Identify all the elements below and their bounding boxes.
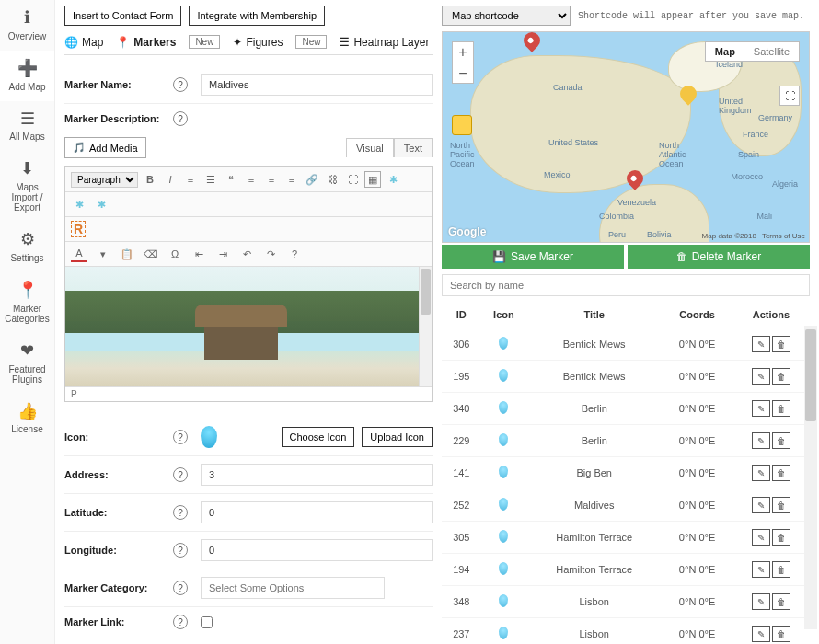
delete-button[interactable]: 🗑 [772, 529, 790, 546]
new-badge[interactable]: New [295, 35, 327, 49]
toolbar-toggle-icon[interactable]: ▦ [364, 171, 381, 188]
undo-icon[interactable]: ↶ [238, 246, 255, 262]
editor-content[interactable] [65, 267, 432, 386]
editor-scrollbar[interactable] [419, 267, 432, 386]
revslider-icon[interactable]: R [71, 221, 86, 237]
bold-icon[interactable]: B [142, 171, 158, 188]
map-type-map[interactable]: Map [706, 42, 744, 61]
delete-button[interactable]: 🗑 [772, 368, 790, 385]
delete-marker-button[interactable]: 🗑 Delete Marker [628, 245, 810, 269]
delete-button[interactable]: 🗑 [772, 432, 790, 449]
align-left-icon[interactable]: ≡ [243, 171, 260, 188]
edit-button[interactable]: ✎ [752, 561, 770, 578]
col-title[interactable]: Title [526, 302, 662, 328]
redo-icon[interactable]: ↷ [262, 246, 279, 262]
map-type-satellite[interactable]: Satellite [744, 42, 799, 61]
editor-help-icon[interactable]: ? [286, 246, 303, 262]
col-coords[interactable]: Coords [662, 302, 732, 328]
sidebar-item-license[interactable]: 👍 License [0, 394, 54, 444]
add-media-button[interactable]: 🎵 Add Media [64, 137, 146, 158]
shortcode-select[interactable]: Map shortcode [442, 6, 571, 26]
italic-icon[interactable]: I [162, 171, 179, 188]
markers-table-wrap[interactable]: ID Icon Title Coords Actions 306Bentick … [442, 302, 810, 644]
zoom-in-button[interactable]: + [453, 42, 473, 63]
sidebar-item-marker-categories[interactable]: 📍 Marker Categories [0, 272, 54, 333]
help-icon[interactable]: ? [173, 615, 188, 629]
align-right-icon[interactable]: ≡ [283, 171, 300, 188]
help-icon[interactable]: ? [173, 467, 188, 482]
upload-icon-button[interactable]: Upload Icon [362, 427, 433, 447]
help-icon[interactable]: ? [173, 111, 188, 126]
bullet-list-icon[interactable]: ≡ [182, 171, 199, 188]
tab-figures[interactable]: ✦ Figures [233, 36, 283, 49]
clear-format-icon[interactable]: ⌫ [143, 246, 159, 262]
edit-button[interactable]: ✎ [752, 368, 770, 385]
sidebar-item-settings[interactable]: ⚙ Settings [0, 222, 54, 272]
special-char-icon[interactable]: Ω [167, 246, 183, 262]
category-select[interactable] [201, 577, 385, 599]
marker-link-checkbox[interactable] [201, 616, 213, 628]
streetview-pegman-icon[interactable] [452, 115, 472, 135]
choose-icon-button[interactable]: Choose Icon [282, 427, 355, 447]
format-select[interactable]: Paragraph [71, 172, 138, 188]
sidebar-item-overview[interactable]: ℹ Overview [0, 0, 54, 51]
col-icon[interactable]: Icon [481, 302, 527, 328]
link-icon[interactable]: 🔗 [304, 171, 320, 188]
unlink-icon[interactable]: ⛓ [324, 171, 340, 188]
delete-button[interactable]: 🗑 [772, 400, 790, 417]
longitude-input[interactable] [201, 539, 433, 561]
text-color-icon[interactable]: A [71, 246, 87, 262]
integrate-membership-button[interactable]: Integrate with Membership [189, 6, 325, 26]
tab-markers[interactable]: 📍 Markers [116, 36, 176, 49]
edit-button[interactable]: ✎ [752, 593, 770, 610]
help-icon[interactable]: ? [173, 77, 188, 92]
edit-button[interactable]: ✎ [752, 497, 770, 513]
plugin-icon[interactable]: ✱ [71, 196, 87, 213]
indent-icon[interactable]: ⇥ [214, 246, 231, 262]
marker-name-input[interactable] [201, 74, 433, 96]
sidebar-item-featured-plugins[interactable]: ❤ Featured Plugins [0, 333, 54, 394]
zoom-out-button[interactable]: − [453, 63, 473, 83]
edit-button[interactable]: ✎ [752, 336, 770, 352]
sidebar-item-add-map[interactable]: ➕ Add Map [0, 51, 54, 101]
delete-button[interactable]: 🗑 [772, 465, 790, 481]
col-actions[interactable]: Actions [732, 302, 810, 328]
marker-search-input[interactable] [442, 274, 810, 296]
editor-tab-text[interactable]: Text [394, 138, 433, 157]
fullscreen-icon[interactable]: ⛶ [344, 171, 361, 188]
chevron-down-icon[interactable]: ▾ [95, 246, 111, 262]
edit-button[interactable]: ✎ [752, 529, 770, 546]
fullscreen-icon[interactable]: ⛶ [779, 86, 800, 106]
edit-button[interactable]: ✎ [752, 400, 770, 417]
col-id[interactable]: ID [442, 302, 481, 328]
number-list-icon[interactable]: ☰ [202, 171, 219, 188]
align-center-icon[interactable]: ≡ [263, 171, 280, 188]
tab-heatmap[interactable]: ☰ Heatmap Layer [340, 36, 429, 49]
edit-button[interactable]: ✎ [752, 465, 770, 481]
quote-icon[interactable]: ❝ [223, 171, 239, 188]
delete-button[interactable]: 🗑 [772, 497, 790, 513]
map-preview[interactable]: Canada United States Mexico Venezuela Co… [442, 31, 810, 243]
outdent-icon[interactable]: ⇤ [190, 246, 207, 262]
delete-button[interactable]: 🗑 [772, 336, 790, 352]
insert-contact-form-button[interactable]: Insert to Contact Form [64, 6, 181, 26]
help-icon[interactable]: ? [173, 505, 188, 520]
panel-scrollbar[interactable] [804, 326, 817, 629]
paste-icon[interactable]: 📋 [119, 246, 135, 262]
delete-button[interactable]: 🗑 [772, 593, 790, 610]
extra-icon[interactable]: ✱ [385, 171, 401, 188]
help-icon[interactable]: ? [173, 430, 188, 444]
save-marker-button[interactable]: 💾 Save Marker [442, 245, 624, 269]
map-marker-pin[interactable] [520, 31, 543, 52]
latitude-input[interactable] [201, 501, 433, 523]
address-input[interactable] [201, 464, 433, 486]
plugin-icon[interactable]: ✱ [93, 196, 110, 213]
sidebar-item-all-maps[interactable]: ☰ All Maps [0, 101, 54, 152]
tab-map[interactable]: 🌐 Map [64, 36, 103, 49]
new-badge[interactable]: New [189, 35, 220, 49]
delete-button[interactable]: 🗑 [772, 561, 790, 578]
delete-button[interactable]: 🗑 [772, 626, 790, 642]
help-icon[interactable]: ? [173, 543, 188, 558]
edit-button[interactable]: ✎ [752, 432, 770, 449]
sidebar-item-import-export[interactable]: ⬇ Maps Import / Export [0, 151, 54, 222]
